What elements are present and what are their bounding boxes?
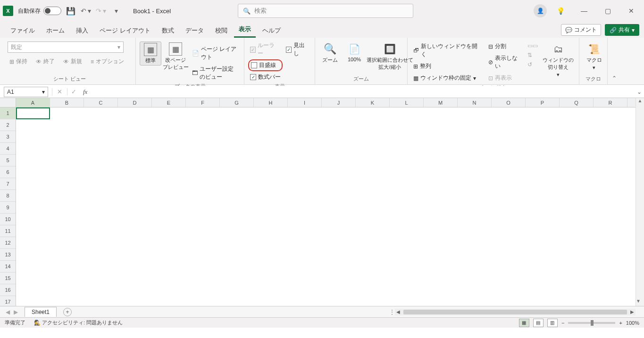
tab-formulas[interactable]: 数式 — [157, 24, 179, 38]
cells-area[interactable] — [16, 107, 636, 306]
row-header[interactable]: 9 — [0, 202, 16, 214]
macros-button[interactable]: 📜マクロ▾ — [583, 41, 605, 72]
row-header[interactable]: 4 — [0, 143, 16, 155]
scroll-right-icon[interactable]: ▶ — [629, 309, 636, 314]
cancel-icon[interactable]: ✕ — [55, 88, 67, 95]
formulabar-checkbox[interactable]: 数式バー — [248, 72, 283, 82]
zoom-selection-button[interactable]: 🔲選択範囲に合わせて 拡大/縮小 — [368, 41, 411, 72]
row-header[interactable]: 15 — [0, 272, 16, 284]
tab-review[interactable]: 校閲 — [210, 24, 232, 38]
row-header[interactable]: 10 — [0, 214, 16, 225]
enter-icon[interactable]: ✓ — [68, 88, 79, 95]
ribbon-collapse-icon[interactable]: ⌃ — [608, 38, 621, 84]
zoom-100-button[interactable]: 📄100% — [343, 41, 365, 63]
sheet-nav-prev-icon[interactable]: ◀ — [4, 309, 12, 315]
row-header[interactable]: 6 — [0, 166, 16, 178]
tab-view[interactable]: 表示 — [234, 22, 256, 38]
column-header[interactable]: A — [16, 98, 50, 107]
share-button[interactable]: 🔗 共有 ▾ — [605, 24, 639, 36]
pagebreak-view-button[interactable]: ▦改ページ プレビュー — [164, 41, 187, 72]
vertical-scrollbar[interactable]: ▲ ▼ — [636, 98, 644, 306]
split-button[interactable]: ⊟ 分割 — [486, 41, 525, 51]
accessibility-status[interactable]: 🕵 アクセシビリティ: 問題ありません — [34, 319, 123, 326]
row-header[interactable]: 1 — [0, 107, 16, 119]
tab-file[interactable]: ファイル — [6, 24, 40, 38]
column-header[interactable]: I — [288, 98, 322, 107]
column-header[interactable]: J — [322, 98, 356, 107]
column-header[interactable]: C — [84, 98, 118, 107]
tab-divider-icon[interactable]: ⋮ — [389, 309, 395, 315]
close-icon[interactable]: ✕ — [621, 4, 641, 18]
formula-bar-expand-icon[interactable]: ⌄ — [635, 89, 644, 95]
headings-checkbox[interactable]: 見出し — [284, 41, 311, 58]
redo-icon[interactable]: ↷ ▾ — [95, 5, 107, 16]
tab-insert[interactable]: 挿入 — [71, 24, 93, 38]
zoom-percent[interactable]: 100% — [626, 320, 639, 326]
freeze-panes-button[interactable]: ▦ ウィンドウ枠の固定 ▾ — [411, 73, 484, 83]
name-box[interactable]: A1▾ — [4, 87, 48, 97]
zoom-slider[interactable] — [568, 322, 615, 324]
row-header[interactable]: 5 — [0, 155, 16, 166]
fx-icon[interactable]: fx — [83, 88, 87, 96]
column-header[interactable]: L — [390, 98, 424, 107]
search-input[interactable]: 🔍 検索 — [238, 4, 413, 18]
column-header[interactable]: H — [254, 98, 288, 107]
row-header[interactable]: 2 — [0, 119, 16, 131]
switch-window-button[interactable]: 🗂ウィンドウの 切り替え ▾ — [541, 41, 575, 79]
row-header[interactable]: 12 — [0, 237, 16, 249]
tab-pagelayout[interactable]: ページ レイアウト — [95, 24, 155, 38]
sheet-nav-next-icon[interactable]: ▶ — [12, 309, 20, 315]
minimize-icon[interactable]: — — [574, 4, 594, 18]
pagelayout-view-button[interactable]: 📄 ページ レイアウト — [190, 44, 240, 62]
comments-button[interactable]: 💬 コメント — [561, 24, 601, 36]
autosave-toggle-icon[interactable] — [43, 7, 61, 15]
zoom-out-icon[interactable]: − — [561, 320, 564, 326]
formula-input[interactable] — [90, 87, 632, 97]
column-header[interactable]: M — [424, 98, 458, 107]
row-header[interactable]: 13 — [0, 249, 16, 261]
hide-button[interactable]: ⊘ 表示しない — [486, 53, 525, 71]
new-window-button[interactable]: 🗗 新しいウィンドウを開く — [411, 41, 484, 59]
row-header[interactable]: 11 — [0, 225, 16, 237]
column-header[interactable]: P — [526, 98, 560, 107]
tab-help[interactable]: ヘルプ — [258, 24, 285, 38]
column-header[interactable]: E — [152, 98, 186, 107]
arrange-button[interactable]: ⊞ 整列 — [411, 61, 484, 71]
row-header[interactable]: 7 — [0, 178, 16, 190]
column-header[interactable]: Q — [560, 98, 594, 107]
zoom-button[interactable]: 🔍ズーム — [319, 41, 341, 65]
maximize-icon[interactable]: ▢ — [598, 4, 618, 18]
column-header[interactable]: N — [458, 98, 492, 107]
scroll-down-icon[interactable]: ▼ — [636, 298, 641, 306]
column-header[interactable]: O — [492, 98, 526, 107]
row-header[interactable]: 16 — [0, 284, 16, 296]
view-pagelayout-icon[interactable]: ▤ — [533, 319, 544, 327]
gridlines-checkbox[interactable]: 目盛線 — [248, 59, 283, 71]
autosave[interactable]: 自動保存 オフ — [18, 7, 59, 15]
row-header[interactable]: 14 — [0, 261, 16, 272]
undo-icon[interactable]: ↶ ▾ — [80, 5, 92, 16]
column-header[interactable]: K — [356, 98, 390, 107]
column-header[interactable]: G — [220, 98, 254, 107]
add-sheet-button[interactable]: + — [63, 308, 72, 316]
row-header[interactable]: 3 — [0, 131, 16, 143]
horizontal-scrollbar[interactable]: ◀ ▶ — [395, 309, 636, 315]
view-pagebreak-icon[interactable]: ▥ — [547, 319, 558, 327]
help-tip-icon[interactable]: 💡 — [551, 4, 570, 18]
column-header[interactable]: D — [118, 98, 152, 107]
save-icon[interactable]: 💾 — [65, 5, 76, 16]
scroll-left-icon[interactable]: ◀ — [395, 309, 401, 314]
account-avatar-icon[interactable]: 👤 — [534, 4, 547, 17]
normal-view-button[interactable]: ▦標準 — [140, 41, 161, 66]
view-normal-icon[interactable]: ▦ — [519, 319, 529, 327]
column-header[interactable]: F — [186, 98, 220, 107]
row-header[interactable]: 8 — [0, 190, 16, 202]
tab-data[interactable]: データ — [181, 24, 209, 38]
custom-view-button[interactable]: 🗔 ユーザー設定のビュー — [190, 64, 240, 82]
scroll-up-icon[interactable]: ▲ — [636, 98, 644, 106]
qat-customize-icon[interactable]: ▾ — [110, 5, 122, 16]
column-header[interactable]: R — [594, 98, 627, 107]
sheetview-selector[interactable]: 既定▾ — [8, 41, 124, 53]
zoom-in-icon[interactable]: + — [619, 320, 622, 326]
column-header[interactable]: B — [50, 98, 84, 107]
